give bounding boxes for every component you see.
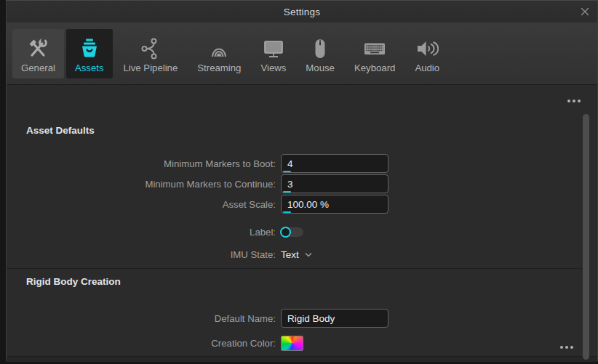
dot-icon xyxy=(567,100,570,102)
dot-icon xyxy=(573,100,575,102)
tools-icon xyxy=(26,35,49,62)
tab-assets[interactable]: Assets xyxy=(66,29,113,78)
label-toggle[interactable] xyxy=(281,227,303,237)
tab-views[interactable]: Views xyxy=(252,29,295,78)
tab-live-pipeline[interactable]: Live Pipeline xyxy=(115,29,187,78)
field-label: Minimum Markers to Boot: xyxy=(7,158,276,169)
field-label: Label: xyxy=(7,227,276,238)
settings-tab-bar: General Assets xyxy=(7,23,597,84)
close-icon xyxy=(581,7,589,16)
settings-dialog: Settings General xyxy=(6,0,598,361)
tab-keyboard[interactable]: Keyboard xyxy=(346,29,404,78)
asset-bucket-icon xyxy=(78,35,101,62)
creation-color-swatch[interactable] xyxy=(281,336,303,351)
min-markers-continue-field xyxy=(281,174,388,193)
dialog-title: Settings xyxy=(284,7,320,17)
tab-general[interactable]: General xyxy=(12,29,64,78)
asset-scale-input[interactable] xyxy=(281,195,388,214)
row-min-markers-continue: Minimum Markers to Continue: xyxy=(7,174,575,193)
tab-streaming-label: Streaming xyxy=(197,62,241,74)
min-markers-boot-input[interactable] xyxy=(281,154,388,173)
vertical-scrollbar-thumb[interactable] xyxy=(583,114,589,360)
tab-audio[interactable]: Audio xyxy=(406,29,448,78)
imu-state-value: Text xyxy=(281,249,299,260)
tab-mouse[interactable]: Mouse xyxy=(297,29,343,78)
field-label: Creation Color: xyxy=(7,338,276,349)
min-markers-continue-input[interactable] xyxy=(281,174,388,193)
row-min-markers-boot: Minimum Markers to Boot: xyxy=(7,154,575,173)
default-name-field xyxy=(281,309,388,328)
section-title-rigid-body-creation: Rigid Body Creation xyxy=(26,276,121,287)
section-title-asset-defaults: Asset Defaults xyxy=(26,125,95,136)
dot-icon xyxy=(570,346,573,349)
field-label: Default Name: xyxy=(7,313,276,324)
tab-keyboard-label: Keyboard xyxy=(354,62,395,74)
dialog-bottom-strip xyxy=(7,356,597,362)
row-imu-state: IMU State: Text xyxy=(7,247,575,262)
tab-assets-label: Assets xyxy=(75,62,104,74)
tab-audio-label: Audio xyxy=(415,62,439,74)
dot-icon xyxy=(578,100,581,102)
tab-streaming[interactable]: Streaming xyxy=(188,29,250,78)
antenna-coil-icon xyxy=(207,35,231,62)
chevron-down-icon xyxy=(305,252,312,257)
tab-live-pipeline-label: Live Pipeline xyxy=(124,62,178,74)
field-label: Minimum Markers to Continue: xyxy=(7,179,276,190)
drag-adjust-tick-icon xyxy=(283,211,291,213)
imu-state-dropdown[interactable]: Text xyxy=(281,249,312,260)
tab-views-label: Views xyxy=(260,62,286,74)
field-label: IMU State: xyxy=(7,249,276,260)
title-bar: Settings xyxy=(7,1,597,23)
section-overflow-menu-button[interactable] xyxy=(566,97,581,105)
drag-adjust-tick-icon xyxy=(283,171,291,172)
tab-mouse-label: Mouse xyxy=(306,62,335,74)
row-default-name: Default Name: xyxy=(7,309,575,328)
min-markers-boot-field xyxy=(281,154,388,173)
keyboard-icon xyxy=(362,35,387,62)
section-divider xyxy=(7,268,584,269)
drag-adjust-tick-icon xyxy=(283,191,291,193)
settings-content: Asset Defaults Minimum Markers to Boot: … xyxy=(7,84,597,356)
row-asset-scale: Asset Scale: xyxy=(7,195,575,214)
default-name-input[interactable] xyxy=(281,309,388,328)
creation-color-overflow-button[interactable] xyxy=(559,344,574,351)
node-branch-icon xyxy=(139,35,162,62)
mouse-icon xyxy=(308,35,332,62)
row-creation-color: Creation Color: xyxy=(7,336,575,351)
dot-icon xyxy=(565,346,568,349)
row-label-toggle: Label: xyxy=(7,225,575,239)
monitor-icon xyxy=(262,35,285,62)
speaker-icon xyxy=(415,35,439,62)
tab-general-label: General xyxy=(21,62,55,74)
asset-scale-field xyxy=(281,195,388,214)
close-button[interactable] xyxy=(575,2,594,21)
dot-icon xyxy=(560,346,563,349)
field-label: Asset Scale: xyxy=(7,199,276,210)
toggle-knob xyxy=(280,227,291,238)
